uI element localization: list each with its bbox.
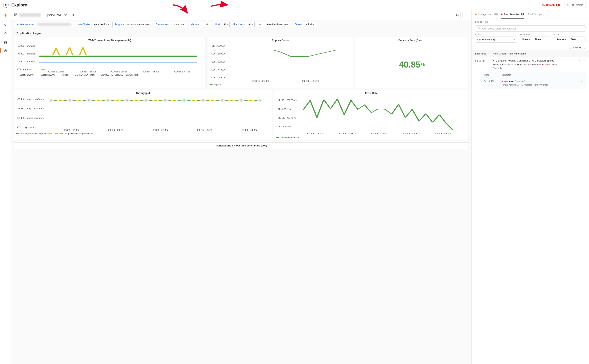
star-dashboard-button[interactable] xyxy=(63,12,68,18)
collapse-icon[interactable]: ⌃ xyxy=(583,59,585,63)
share-dashboard-button[interactable] xyxy=(70,12,76,18)
panel-error-rate: i Error Rate 12.5%12%11.5%11% 08:2508:30… xyxy=(274,90,469,140)
svg-point-60 xyxy=(259,101,262,102)
svg-point-52 xyxy=(106,101,109,102)
compass-nav-icon[interactable] xyxy=(3,49,8,53)
svg-point-2 xyxy=(4,24,6,26)
chevron-down-icon: ⌄ xyxy=(14,32,15,34)
alert-time: 04:16 PM xyxy=(475,59,493,62)
svg-point-67 xyxy=(173,100,176,101)
exit-explore-button[interactable]: ✕ Exit Explore xyxy=(564,2,586,8)
filter-program[interactable]: Programupi-mandate-service▾ xyxy=(113,22,152,27)
info-icon[interactable]: i xyxy=(276,91,276,94)
svg-text:08:35: 08:35 xyxy=(152,129,168,131)
type-static[interactable]: Static xyxy=(568,37,579,42)
filter-version[interactable]: Version1.1.0▾ xyxy=(189,22,211,27)
svg-point-62 xyxy=(78,100,81,101)
alert-panel: Changeboard 2 Alert Monitor 1 Alert Grou… xyxy=(472,10,589,364)
alert-rule-name: Container Health / Container CPU Utiliza… xyxy=(496,59,554,62)
search-icon xyxy=(477,27,481,30)
svg-rect-4 xyxy=(4,41,5,42)
tv-mode-button[interactable] xyxy=(455,12,461,18)
search-label: SEARCH ? xyxy=(475,21,585,23)
svg-rect-32 xyxy=(41,69,45,70)
info-icon[interactable]: i xyxy=(15,144,16,147)
svg-text:0.20: 0.20 xyxy=(211,77,225,79)
breach-count-badge: 3 xyxy=(556,4,560,6)
severity-threat[interactable]: Threat xyxy=(532,37,544,42)
expand-all-button[interactable]: EXPAND ALL ⌄ xyxy=(472,45,589,50)
alert-meta: Firing for: 04:15 PM / State: Firing / S… xyxy=(493,63,578,70)
section-application-layer[interactable]: ⌄ Application Layer xyxy=(14,32,469,35)
type-anomaly[interactable]: Anomaly xyxy=(554,37,568,42)
grid-icon xyxy=(14,13,17,17)
tab-alert-groups[interactable]: Alert Groups xyxy=(528,10,542,19)
filter-ip[interactable]: IP AddressAll▾ xyxy=(231,22,254,27)
more-menu-button[interactable] xyxy=(462,12,468,18)
svg-text:0 ms: 0 ms xyxy=(17,68,32,71)
svg-text:08:25: 08:25 xyxy=(307,132,324,135)
svg-point-51 xyxy=(87,101,90,102)
open-link-icon[interactable]: ↗ xyxy=(581,80,582,83)
svg-point-71 xyxy=(249,100,252,101)
info-icon[interactable]: i xyxy=(15,91,16,94)
breach-button[interactable]: Breach 3 xyxy=(539,2,562,8)
filter-environment[interactable]: Environmentproduction▾ xyxy=(154,22,187,27)
svg-point-66 xyxy=(154,100,157,101)
open-link-icon[interactable]: ↗ xyxy=(578,59,581,63)
page-title: Explore xyxy=(11,3,27,8)
filter-k8s[interactable]: K8s Clusteralpha.last9.io▾ xyxy=(76,22,111,27)
star-nav-icon[interactable] xyxy=(3,32,8,36)
search-input[interactable]: Alert group, alert rule, labelset xyxy=(475,25,585,32)
firing-dot-icon xyxy=(493,60,494,61)
svg-point-70 xyxy=(230,100,233,101)
svg-rect-10 xyxy=(16,14,17,15)
search-nav-icon[interactable] xyxy=(3,23,8,27)
status-dot-icon xyxy=(475,13,476,15)
svg-point-81 xyxy=(478,27,480,29)
dashboard-header: / OpenAPM xyxy=(11,10,471,20)
info-icon[interactable]: i xyxy=(209,38,210,41)
svg-point-55 xyxy=(163,101,167,102)
svg-line-82 xyxy=(479,29,480,29)
grafana-logo-icon xyxy=(3,14,8,19)
svg-point-22 xyxy=(465,16,466,16)
panel-success-rate: i Success Rate (Over ... 40.85 % xyxy=(355,37,469,88)
last9-logo: 9 xyxy=(3,2,9,8)
svg-text:08:40: 08:40 xyxy=(403,132,420,135)
info-icon[interactable]: i xyxy=(15,38,16,41)
state-label: STATE xyxy=(475,34,517,36)
annotation-arrow-2 xyxy=(210,3,229,8)
help-icon[interactable]: ? xyxy=(485,21,488,23)
svg-text:08:45: 08:45 xyxy=(435,132,452,135)
filter-levitate[interactable]: Levitate Instance▾ xyxy=(14,22,74,27)
firing-dot-icon xyxy=(502,81,503,82)
state-select[interactable]: Currently Firing▾ xyxy=(475,37,517,43)
dashboards-nav-icon[interactable] xyxy=(3,40,8,44)
svg-text:60 ms: 60 ms xyxy=(17,45,35,47)
severity-label: SEVERITY xyxy=(520,34,551,36)
svg-point-50 xyxy=(68,101,71,102)
alert-row[interactable]: 04:16 PM Container Health / Container CP… xyxy=(472,57,589,91)
filter-tenant[interactable]: Tenantshipskart xyxy=(293,22,317,27)
expand-sidebar-button[interactable]: › xyxy=(9,20,13,23)
svg-point-49 xyxy=(49,101,52,102)
severity-breach[interactable]: Breach xyxy=(520,37,532,42)
tab-changeboard[interactable]: Changeboard 2 xyxy=(475,10,498,19)
svg-text:08:35: 08:35 xyxy=(371,132,388,135)
panel-transactions-p99: i Transactions 5 most time consuming (p9… xyxy=(14,142,469,149)
tab-alert-monitor[interactable]: Alert Monitor 1 xyxy=(501,10,524,19)
svg-text:08:45: 08:45 xyxy=(241,129,257,131)
svg-text:11.5%: 11.5% xyxy=(277,117,297,119)
chevron-double-down-icon: ⌄ xyxy=(584,46,585,49)
svg-rect-5 xyxy=(6,41,7,42)
alert-table-header: Last Fired Alert Group / Alert Rule Name xyxy=(472,50,589,57)
svg-point-59 xyxy=(240,101,243,102)
filter-job[interactable]: Jobdefault/last9-services▾ xyxy=(256,22,291,27)
info-icon[interactable]: i xyxy=(357,38,357,41)
svg-text:08:40: 08:40 xyxy=(197,129,213,131)
filter-host[interactable]: HostAll▾ xyxy=(213,22,230,27)
labelset-row[interactable]: 04:16 PM container="data-api" Firing for… xyxy=(481,78,585,88)
svg-text:2K ops/m: 2K ops/m xyxy=(17,117,44,119)
svg-text:08:30: 08:30 xyxy=(108,129,124,131)
